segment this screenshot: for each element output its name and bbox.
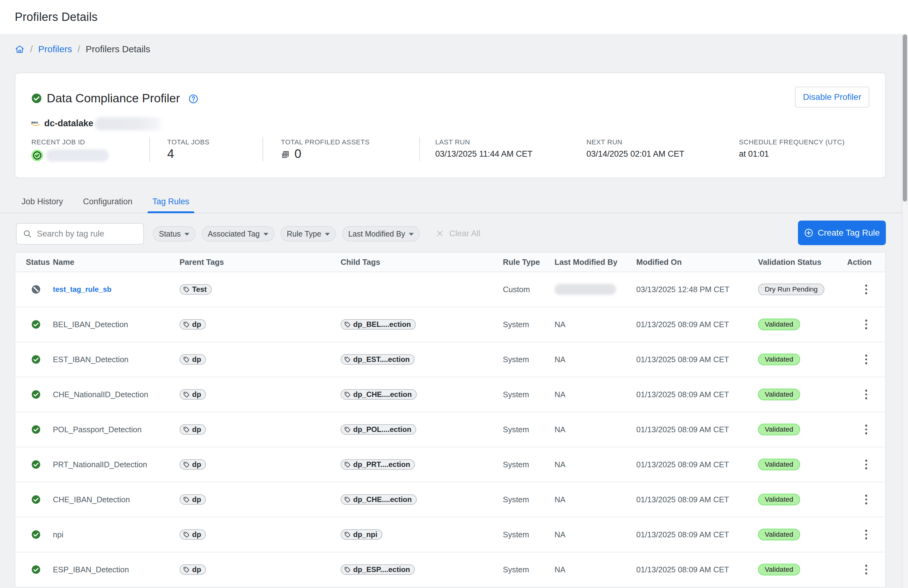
home-icon[interactable]: [15, 44, 24, 54]
asset-row: dc-datalake: [31, 116, 164, 130]
row-rule-type: System: [503, 460, 554, 469]
tag-pill: dp: [180, 424, 206, 435]
row-validation-status: Validated: [758, 564, 847, 575]
help-icon[interactable]: [189, 94, 198, 104]
row-name: CHE_IBAN_Detection: [53, 495, 180, 504]
table-row[interactable]: CHE_NationalID_Detection dp dp_CHE....ec…: [15, 377, 885, 412]
kebab-menu-icon[interactable]: [865, 284, 868, 294]
tag-pill-label: dp: [192, 460, 201, 469]
kebab-menu-icon[interactable]: [865, 355, 868, 364]
kebab-menu-icon[interactable]: [865, 390, 868, 399]
plus-circle-icon: [804, 228, 813, 238]
tag-pill: dp: [180, 529, 206, 540]
kebab-dot: [865, 323, 868, 326]
breadcrumb-link-profilers[interactable]: Profilers: [38, 44, 72, 55]
row-action-cell: [847, 284, 885, 294]
enabled-check-icon: [31, 355, 40, 364]
table-row[interactable]: CHE_IBAN_Detection dp dp_CHE....ection S…: [15, 482, 885, 517]
filter-toolbar: Status Associated Tag Rule Type Last Mod…: [15, 220, 886, 246]
row-parent-tags: dp: [180, 424, 341, 435]
table-row[interactable]: test_tag_rule_sb Test Custom 03/13/2025 …: [15, 272, 885, 307]
row-parent-tags: dp: [180, 564, 341, 575]
tag-pill-label: dp_BEL....ection: [353, 320, 411, 329]
row-rule-type: System: [503, 320, 554, 329]
kebab-menu-icon[interactable]: [865, 459, 868, 469]
table-row[interactable]: npi dp dp_npi System NA 01/13/2025 08:09…: [15, 517, 885, 553]
table-header: StatusNameParent TagsChild TagsRule Type…: [15, 252, 885, 272]
disable-profiler-button[interactable]: Disable Profiler: [795, 87, 869, 108]
row-action-cell: [847, 320, 885, 329]
tag-pill-label: dp: [192, 390, 201, 399]
tag-pill: dp: [180, 459, 206, 470]
kebab-menu-icon[interactable]: [865, 320, 868, 329]
table-body: test_tag_rule_sb Test Custom 03/13/2025 …: [15, 272, 885, 587]
column-header-parent-tags: Parent Tags: [180, 258, 341, 267]
kebab-menu-icon[interactable]: [865, 565, 868, 575]
row-modified-on: 01/13/2025 08:09 AM CET: [636, 320, 758, 329]
row-validation-status: Validated: [758, 459, 847, 470]
search-input[interactable]: [37, 229, 137, 239]
table-row[interactable]: BEL_IBAN_Detection dp dp_BEL....ection S…: [15, 307, 885, 342]
enabled-check-icon: [31, 460, 40, 469]
tag-pill: dp: [180, 389, 206, 400]
kebab-dot: [865, 530, 868, 532]
row-modified-on: 01/13/2025 08:09 AM CET: [636, 425, 758, 434]
row-last-modified-by: NA: [554, 460, 636, 469]
row-child-tags: dp_npi: [341, 529, 503, 540]
kebab-dot: [865, 292, 868, 294]
kebab-dot: [865, 459, 868, 462]
enabled-check-icon: [31, 495, 40, 504]
tab-tag-rules[interactable]: Tag Rules: [148, 190, 194, 213]
row-parent-tags: dp: [180, 319, 341, 329]
table-row[interactable]: ESP_IBAN_Detection dp dp_ESP....ection S…: [15, 553, 885, 587]
filter-rule-type[interactable]: Rule Type: [281, 226, 336, 241]
row-rule-type: System: [503, 425, 554, 434]
tab-configuration[interactable]: Configuration: [78, 190, 137, 213]
stat-value: at 01:01: [739, 149, 845, 159]
kebab-menu-icon[interactable]: [865, 495, 868, 504]
search-box[interactable]: [16, 223, 144, 244]
stat-recent-job-id: RECENT JOB ID: [31, 138, 109, 162]
filter-last-modified-by[interactable]: Last Modified By: [342, 226, 420, 241]
tab-job-history[interactable]: Job History: [17, 190, 68, 213]
tag-pill-label: Test: [192, 285, 207, 294]
row-status-cell: [26, 565, 53, 574]
row-last-modified-by: NA: [554, 320, 636, 329]
tag-pill-label: dp_EST....ection: [353, 355, 410, 364]
stat-value: 03/13/2025 11:44 AM CET: [435, 149, 532, 159]
column-header-status: Status: [26, 258, 53, 267]
table-row[interactable]: PRT_NationalID_Detection dp dp_PRT....ec…: [15, 447, 885, 482]
tag-pill-label: dp: [192, 565, 201, 574]
row-action-cell: [847, 424, 885, 434]
profiler-title-row: Data Compliance Profiler: [31, 92, 198, 105]
stat-divider: [419, 137, 420, 162]
scrollbar-thumb[interactable]: [903, 34, 907, 202]
kebab-menu-icon[interactable]: [865, 530, 868, 540]
stat-next-run: NEXT RUN 03/14/2025 02:01 AM CET: [586, 138, 684, 159]
stat-divider: [262, 137, 263, 162]
redacted-asset-id: [95, 117, 164, 130]
clear-all-button[interactable]: Clear All: [436, 220, 480, 246]
filter-status[interactable]: Status: [153, 226, 195, 241]
chevron-down-icon: [263, 233, 268, 236]
enabled-check-icon: [31, 390, 40, 399]
tag-rules-table: StatusNameParent TagsChild TagsRule Type…: [15, 252, 886, 587]
stat-value: 0: [295, 147, 301, 161]
kebab-dot: [865, 569, 868, 571]
chevron-down-icon: [409, 233, 414, 236]
row-validation-status: Validated: [758, 318, 847, 330]
row-name: BEL_IBAN_Detection: [53, 320, 180, 329]
table-row[interactable]: EST_IBAN_Detection dp dp_EST....ection S…: [15, 342, 885, 377]
tag-pill: dp_BEL....ection: [341, 319, 416, 329]
create-tag-rule-label: Create Tag Rule: [818, 228, 880, 238]
tag-pill-label: dp_PRT....ection: [353, 460, 410, 469]
row-rule-type: System: [503, 565, 554, 574]
table-row[interactable]: POL_Passport_Detection dp dp_POL....ecti…: [15, 412, 885, 447]
create-tag-rule-button[interactable]: Create Tag Rule: [798, 220, 886, 245]
table-grid-icon: [281, 150, 290, 159]
tag-pill-label: dp: [192, 530, 201, 539]
kebab-menu-icon[interactable]: [865, 424, 868, 434]
filter-associated-tag[interactable]: Associated Tag: [202, 226, 274, 241]
row-name[interactable]: test_tag_rule_sb: [53, 285, 180, 294]
kebab-dot: [865, 537, 868, 540]
